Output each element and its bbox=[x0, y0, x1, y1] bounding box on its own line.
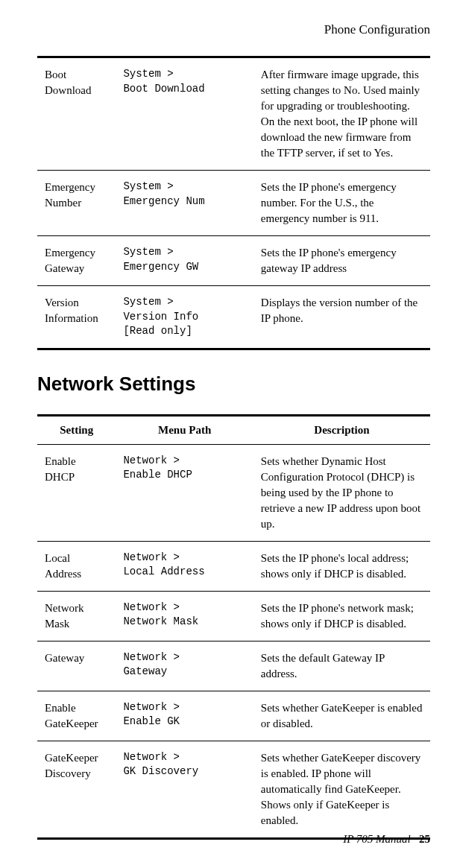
table-row: Emergency NumberSystem >Emergency NumSet… bbox=[37, 171, 430, 236]
table-row: Version InformationSystem >Version Info[… bbox=[37, 286, 430, 349]
description-cell: Sets whether GateKeeper is enabled or di… bbox=[253, 691, 430, 741]
system-settings-table: Boot DownloadSystem >Boot DownloadAfter … bbox=[37, 56, 430, 350]
description-cell: Sets whether Dynamic Host Configuration … bbox=[253, 444, 430, 541]
setting-cell: Version Information bbox=[37, 286, 116, 349]
header-path: Menu Path bbox=[116, 415, 253, 444]
description-cell: Displays the version number of the IP ph… bbox=[253, 286, 430, 349]
description-cell: Sets the IP phone's local address; shows… bbox=[253, 541, 430, 591]
menu-path-cell: Network >Gateway bbox=[116, 641, 253, 691]
table-row: Local AddressNetwork >Local AddressSets … bbox=[37, 541, 430, 591]
menu-path-cell: Network >Network Mask bbox=[116, 591, 253, 641]
setting-cell: GateKeeper Discovery bbox=[37, 741, 116, 838]
menu-path-cell: System >Version Info[Read only] bbox=[116, 286, 253, 349]
menu-path-cell: Network >Enable DHCP bbox=[116, 444, 253, 541]
header-desc: Description bbox=[253, 415, 430, 444]
setting-cell: Boot Download bbox=[37, 57, 116, 171]
table-row: GateKeeper DiscoveryNetwork >GK Discover… bbox=[37, 741, 430, 838]
footer-title: IP 705 Manual bbox=[343, 833, 411, 845]
setting-cell: Emergency Gateway bbox=[37, 236, 116, 286]
description-cell: After firmware image upgrade, this setti… bbox=[253, 57, 430, 171]
table-row: Emergency GatewaySystem >Emergency GWSet… bbox=[37, 236, 430, 286]
table-header-row: Setting Menu Path Description bbox=[37, 415, 430, 444]
description-cell: Sets the default Gateway IP address. bbox=[253, 641, 430, 691]
description-cell: Sets the IP phone's emergency gateway IP… bbox=[253, 236, 430, 286]
footer-page: 25 bbox=[419, 833, 430, 845]
menu-path-cell: Network >GK Discovery bbox=[116, 741, 253, 838]
setting-cell: Gateway bbox=[37, 641, 116, 691]
network-settings-table: Setting Menu Path Description Enable DHC… bbox=[37, 414, 430, 840]
setting-cell: Network Mask bbox=[37, 591, 116, 641]
menu-path-cell: System >Emergency GW bbox=[116, 236, 253, 286]
table-row: Boot DownloadSystem >Boot DownloadAfter … bbox=[37, 57, 430, 171]
header-setting: Setting bbox=[37, 415, 116, 444]
setting-cell: Emergency Number bbox=[37, 171, 116, 236]
menu-path-cell: Network >Enable GK bbox=[116, 691, 253, 741]
description-cell: Sets the IP phone's network mask; shows … bbox=[253, 591, 430, 641]
page-footer: IP 705 Manual 25 bbox=[343, 833, 430, 846]
table-row: GatewayNetwork >GatewaySets the default … bbox=[37, 641, 430, 691]
page-header: Phone Configuration bbox=[37, 22, 430, 37]
setting-cell: Enable DHCP bbox=[37, 444, 116, 541]
table-row: Enable GateKeeperNetwork >Enable GKSets … bbox=[37, 691, 430, 741]
menu-path-cell: Network >Local Address bbox=[116, 541, 253, 591]
setting-cell: Enable GateKeeper bbox=[37, 691, 116, 741]
table-row: Network MaskNetwork >Network MaskSets th… bbox=[37, 591, 430, 641]
section-heading: Network Settings bbox=[37, 373, 430, 396]
menu-path-cell: System >Boot Download bbox=[116, 57, 253, 171]
description-cell: Sets whether GateKeeper discovery is ena… bbox=[253, 741, 430, 838]
menu-path-cell: System >Emergency Num bbox=[116, 171, 253, 236]
description-cell: Sets the IP phone's emergency number. Fo… bbox=[253, 171, 430, 236]
setting-cell: Local Address bbox=[37, 541, 116, 591]
table-row: Enable DHCPNetwork >Enable DHCPSets whet… bbox=[37, 444, 430, 541]
